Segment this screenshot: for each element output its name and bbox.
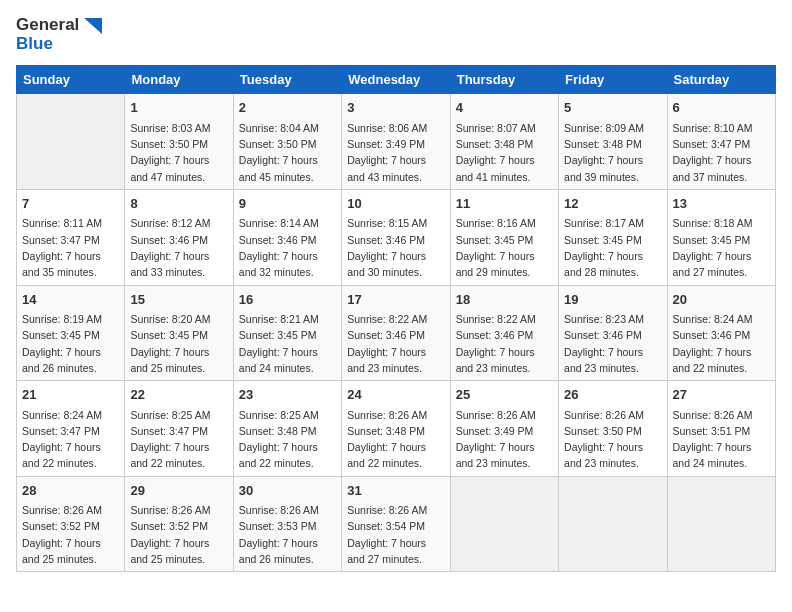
logo-arrow-icon (84, 18, 102, 34)
day-info: Sunrise: 8:25 AM Sunset: 3:47 PM Dayligh… (130, 407, 227, 472)
day-info: Sunrise: 8:03 AM Sunset: 3:50 PM Dayligh… (130, 120, 227, 185)
calendar-week-row: 21Sunrise: 8:24 AM Sunset: 3:47 PM Dayli… (17, 381, 776, 477)
day-number: 30 (239, 481, 336, 501)
calendar-cell: 19Sunrise: 8:23 AM Sunset: 3:46 PM Dayli… (559, 285, 667, 381)
day-number: 3 (347, 98, 444, 118)
calendar-cell: 12Sunrise: 8:17 AM Sunset: 3:45 PM Dayli… (559, 189, 667, 285)
column-header-wednesday: Wednesday (342, 66, 450, 94)
day-info: Sunrise: 8:24 AM Sunset: 3:46 PM Dayligh… (673, 311, 770, 376)
calendar-table: SundayMondayTuesdayWednesdayThursdayFrid… (16, 65, 776, 572)
calendar-cell (559, 476, 667, 572)
calendar-cell: 28Sunrise: 8:26 AM Sunset: 3:52 PM Dayli… (17, 476, 125, 572)
calendar-cell: 6Sunrise: 8:10 AM Sunset: 3:47 PM Daylig… (667, 94, 775, 190)
calendar-header-row: SundayMondayTuesdayWednesdayThursdayFrid… (17, 66, 776, 94)
calendar-week-row: 14Sunrise: 8:19 AM Sunset: 3:45 PM Dayli… (17, 285, 776, 381)
day-info: Sunrise: 8:20 AM Sunset: 3:45 PM Dayligh… (130, 311, 227, 376)
day-info: Sunrise: 8:26 AM Sunset: 3:54 PM Dayligh… (347, 502, 444, 567)
day-info: Sunrise: 8:26 AM Sunset: 3:48 PM Dayligh… (347, 407, 444, 472)
day-info: Sunrise: 8:07 AM Sunset: 3:48 PM Dayligh… (456, 120, 553, 185)
page-header: General Blue (16, 16, 776, 53)
day-info: Sunrise: 8:26 AM Sunset: 3:52 PM Dayligh… (130, 502, 227, 567)
column-header-monday: Monday (125, 66, 233, 94)
calendar-week-row: 28Sunrise: 8:26 AM Sunset: 3:52 PM Dayli… (17, 476, 776, 572)
day-number: 29 (130, 481, 227, 501)
calendar-cell: 1Sunrise: 8:03 AM Sunset: 3:50 PM Daylig… (125, 94, 233, 190)
day-number: 27 (673, 385, 770, 405)
day-number: 12 (564, 194, 661, 214)
day-info: Sunrise: 8:09 AM Sunset: 3:48 PM Dayligh… (564, 120, 661, 185)
column-header-friday: Friday (559, 66, 667, 94)
day-info: Sunrise: 8:14 AM Sunset: 3:46 PM Dayligh… (239, 215, 336, 280)
day-info: Sunrise: 8:26 AM Sunset: 3:49 PM Dayligh… (456, 407, 553, 472)
calendar-cell: 17Sunrise: 8:22 AM Sunset: 3:46 PM Dayli… (342, 285, 450, 381)
day-number: 7 (22, 194, 119, 214)
day-number: 20 (673, 290, 770, 310)
calendar-cell: 9Sunrise: 8:14 AM Sunset: 3:46 PM Daylig… (233, 189, 341, 285)
calendar-cell (667, 476, 775, 572)
day-info: Sunrise: 8:11 AM Sunset: 3:47 PM Dayligh… (22, 215, 119, 280)
day-number: 9 (239, 194, 336, 214)
logo-wordmark: General Blue (16, 16, 102, 53)
day-info: Sunrise: 8:23 AM Sunset: 3:46 PM Dayligh… (564, 311, 661, 376)
day-number: 24 (347, 385, 444, 405)
calendar-cell (450, 476, 558, 572)
day-number: 17 (347, 290, 444, 310)
calendar-cell: 20Sunrise: 8:24 AM Sunset: 3:46 PM Dayli… (667, 285, 775, 381)
calendar-cell: 14Sunrise: 8:19 AM Sunset: 3:45 PM Dayli… (17, 285, 125, 381)
day-number: 14 (22, 290, 119, 310)
svg-marker-0 (84, 18, 102, 34)
day-info: Sunrise: 8:12 AM Sunset: 3:46 PM Dayligh… (130, 215, 227, 280)
calendar-cell: 11Sunrise: 8:16 AM Sunset: 3:45 PM Dayli… (450, 189, 558, 285)
day-number: 21 (22, 385, 119, 405)
calendar-cell: 23Sunrise: 8:25 AM Sunset: 3:48 PM Dayli… (233, 381, 341, 477)
calendar-cell: 22Sunrise: 8:25 AM Sunset: 3:47 PM Dayli… (125, 381, 233, 477)
day-info: Sunrise: 8:15 AM Sunset: 3:46 PM Dayligh… (347, 215, 444, 280)
day-info: Sunrise: 8:21 AM Sunset: 3:45 PM Dayligh… (239, 311, 336, 376)
day-info: Sunrise: 8:26 AM Sunset: 3:52 PM Dayligh… (22, 502, 119, 567)
calendar-cell: 8Sunrise: 8:12 AM Sunset: 3:46 PM Daylig… (125, 189, 233, 285)
day-number: 8 (130, 194, 227, 214)
calendar-cell: 21Sunrise: 8:24 AM Sunset: 3:47 PM Dayli… (17, 381, 125, 477)
day-number: 19 (564, 290, 661, 310)
day-number: 5 (564, 98, 661, 118)
day-info: Sunrise: 8:04 AM Sunset: 3:50 PM Dayligh… (239, 120, 336, 185)
calendar-cell: 24Sunrise: 8:26 AM Sunset: 3:48 PM Dayli… (342, 381, 450, 477)
day-number: 31 (347, 481, 444, 501)
column-header-sunday: Sunday (17, 66, 125, 94)
day-info: Sunrise: 8:24 AM Sunset: 3:47 PM Dayligh… (22, 407, 119, 472)
calendar-cell: 15Sunrise: 8:20 AM Sunset: 3:45 PM Dayli… (125, 285, 233, 381)
calendar-week-row: 7Sunrise: 8:11 AM Sunset: 3:47 PM Daylig… (17, 189, 776, 285)
calendar-cell: 13Sunrise: 8:18 AM Sunset: 3:45 PM Dayli… (667, 189, 775, 285)
day-info: Sunrise: 8:26 AM Sunset: 3:53 PM Dayligh… (239, 502, 336, 567)
day-info: Sunrise: 8:17 AM Sunset: 3:45 PM Dayligh… (564, 215, 661, 280)
column-header-tuesday: Tuesday (233, 66, 341, 94)
calendar-week-row: 1Sunrise: 8:03 AM Sunset: 3:50 PM Daylig… (17, 94, 776, 190)
day-info: Sunrise: 8:16 AM Sunset: 3:45 PM Dayligh… (456, 215, 553, 280)
day-info: Sunrise: 8:26 AM Sunset: 3:50 PM Dayligh… (564, 407, 661, 472)
calendar-cell: 3Sunrise: 8:06 AM Sunset: 3:49 PM Daylig… (342, 94, 450, 190)
day-info: Sunrise: 8:10 AM Sunset: 3:47 PM Dayligh… (673, 120, 770, 185)
day-info: Sunrise: 8:22 AM Sunset: 3:46 PM Dayligh… (347, 311, 444, 376)
calendar-cell: 30Sunrise: 8:26 AM Sunset: 3:53 PM Dayli… (233, 476, 341, 572)
day-number: 10 (347, 194, 444, 214)
day-info: Sunrise: 8:25 AM Sunset: 3:48 PM Dayligh… (239, 407, 336, 472)
calendar-cell: 26Sunrise: 8:26 AM Sunset: 3:50 PM Dayli… (559, 381, 667, 477)
day-number: 2 (239, 98, 336, 118)
logo: General Blue (16, 16, 102, 53)
day-number: 4 (456, 98, 553, 118)
calendar-cell: 2Sunrise: 8:04 AM Sunset: 3:50 PM Daylig… (233, 94, 341, 190)
day-number: 15 (130, 290, 227, 310)
calendar-cell: 16Sunrise: 8:21 AM Sunset: 3:45 PM Dayli… (233, 285, 341, 381)
day-number: 18 (456, 290, 553, 310)
day-number: 26 (564, 385, 661, 405)
calendar-cell: 25Sunrise: 8:26 AM Sunset: 3:49 PM Dayli… (450, 381, 558, 477)
day-number: 28 (22, 481, 119, 501)
day-number: 22 (130, 385, 227, 405)
day-number: 6 (673, 98, 770, 118)
day-info: Sunrise: 8:19 AM Sunset: 3:45 PM Dayligh… (22, 311, 119, 376)
column-header-saturday: Saturday (667, 66, 775, 94)
day-info: Sunrise: 8:22 AM Sunset: 3:46 PM Dayligh… (456, 311, 553, 376)
calendar-cell: 29Sunrise: 8:26 AM Sunset: 3:52 PM Dayli… (125, 476, 233, 572)
column-header-thursday: Thursday (450, 66, 558, 94)
calendar-cell: 18Sunrise: 8:22 AM Sunset: 3:46 PM Dayli… (450, 285, 558, 381)
